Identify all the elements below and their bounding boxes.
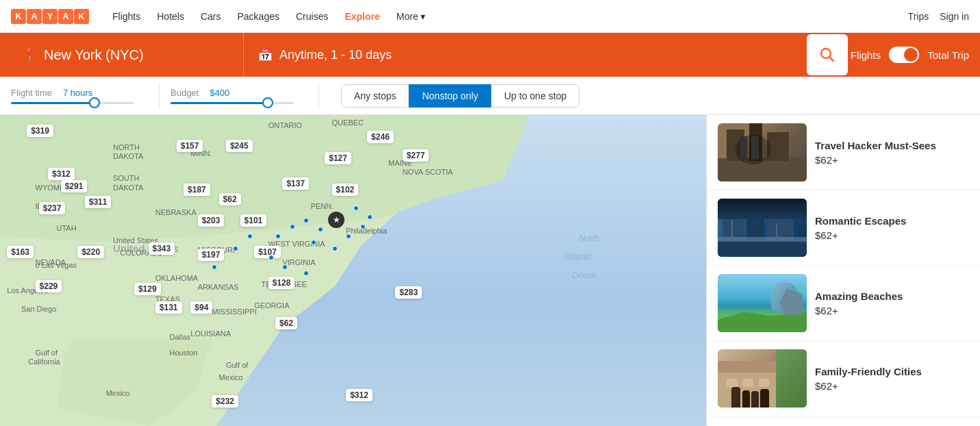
- price-marker[interactable]: $203: [198, 214, 225, 227]
- beaches-image: [718, 274, 807, 332]
- travel-hacker-title: Travel Hacker Must-Sees: [815, 140, 969, 151]
- price-marker[interactable]: $129: [134, 283, 161, 295]
- map-area[interactable]: ONTARIO QUEBEC NORTH DAKOTA MINN. SOUTH …: [0, 115, 706, 426]
- price-marker[interactable]: $62: [275, 317, 297, 329]
- price-marker[interactable]: $312: [346, 389, 373, 401]
- sidebar-card-travel-hacker[interactable]: Travel Hacker Must-Sees $62+: [707, 115, 980, 190]
- map-dot: [275, 234, 281, 239]
- romantic-title: Romantic Escapes: [815, 215, 969, 227]
- nav-more[interactable]: More ▾: [390, 7, 432, 26]
- stops-filter: Any stops Nonstop only Up to one stop: [341, 84, 579, 108]
- search-origin[interactable]: 📍 New York (NYC): [11, 33, 244, 77]
- price-marker[interactable]: $311: [85, 196, 112, 208]
- travel-hacker-info: Travel Hacker Must-Sees $62+: [815, 140, 969, 166]
- filter-bar: Flight time 7 hours Budget $400 Any stop…: [0, 77, 980, 115]
- main-content: ONTARIO QUEBEC NORTH DAKOTA MINN. SOUTH …: [0, 115, 980, 426]
- search-button[interactable]: [807, 34, 848, 75]
- nav-links: Flights Hotels Cars Packages Cruises Exp…: [105, 7, 432, 26]
- price-marker[interactable]: $94: [190, 301, 212, 314]
- price-marker[interactable]: $107: [254, 246, 281, 258]
- flight-time-thumb[interactable]: [89, 97, 100, 108]
- price-marker[interactable]: $319: [27, 125, 53, 137]
- nonstop-only-button[interactable]: Nonstop only: [409, 84, 491, 108]
- price-marker[interactable]: $277: [403, 149, 429, 162]
- budget-value: $400: [210, 88, 229, 98]
- logo-k: K: [11, 9, 26, 24]
- dates-value: Anytime, 1 - 10 days: [279, 48, 392, 62]
- view-toggle[interactable]: [889, 47, 919, 63]
- sidebar-card-beaches[interactable]: Amazing Beaches $62+: [707, 266, 980, 341]
- price-marker[interactable]: $245: [226, 140, 253, 152]
- beaches-info: Amazing Beaches $62+: [815, 290, 969, 316]
- toggle-knob: [904, 48, 918, 62]
- family-title: Family-Friendly Cities: [815, 366, 969, 377]
- logo-a2: A: [58, 9, 73, 24]
- up-to-one-stop-button[interactable]: Up to one stop: [491, 84, 579, 108]
- price-marker[interactable]: $283: [395, 286, 422, 299]
- price-marker[interactable]: $229: [36, 280, 62, 292]
- logo-k2: K: [74, 9, 89, 24]
- budget-thumb[interactable]: [262, 97, 273, 108]
- price-marker[interactable]: $312: [48, 168, 75, 180]
- nav-cruises[interactable]: Cruises: [289, 7, 335, 26]
- nav-right: Trips Sign in: [908, 11, 969, 22]
- nav-flights[interactable]: Flights: [105, 7, 147, 26]
- nav-hotels[interactable]: Hotels: [150, 7, 191, 26]
- budget-label: Budget: [171, 88, 199, 98]
- budget-slider[interactable]: [171, 99, 294, 104]
- travel-hacker-price: $62+: [815, 154, 969, 166]
- any-stops-button[interactable]: Any stops: [341, 84, 409, 108]
- chevron-down-icon: ▾: [420, 11, 425, 22]
- romantic-price: $62+: [815, 229, 969, 241]
- search-icon: [819, 47, 835, 63]
- price-marker[interactable]: $131: [155, 301, 182, 314]
- filter-divider-2: [318, 84, 319, 108]
- price-marker[interactable]: $101: [240, 214, 267, 227]
- map-dot: [290, 224, 295, 229]
- map-dot: [332, 246, 338, 251]
- map-dot: [360, 224, 366, 229]
- sidebar-card-romantic[interactable]: Romantic Escapes $62+: [707, 190, 980, 266]
- flight-time-filter: Flight time 7 hours: [11, 88, 148, 104]
- beaches-price: $62+: [815, 305, 969, 316]
- family-price: $62+: [815, 380, 969, 392]
- price-marker[interactable]: $197: [198, 249, 225, 261]
- map-dot: [346, 234, 351, 239]
- price-marker[interactable]: $62: [219, 193, 241, 205]
- nav-packages[interactable]: Packages: [230, 7, 286, 26]
- price-marker[interactable]: $291: [61, 180, 88, 192]
- top-navigation: K A Y A K Flights Hotels Cars Packages C…: [0, 0, 980, 33]
- flight-time-slider[interactable]: [11, 99, 134, 104]
- map-background: ONTARIO QUEBEC NORTH DAKOTA MINN. SOUTH …: [0, 115, 706, 426]
- price-marker[interactable]: $163: [7, 246, 34, 258]
- origin-marker: ★: [328, 212, 344, 228]
- nav-explore[interactable]: Explore: [338, 7, 386, 26]
- ocean-label: Ocean: [572, 271, 596, 280]
- nav-signin[interactable]: Sign in: [940, 11, 969, 22]
- svg-line-1: [829, 57, 833, 61]
- nav-cars[interactable]: Cars: [194, 7, 228, 26]
- price-marker[interactable]: $137: [282, 177, 309, 190]
- price-marker[interactable]: $102: [332, 184, 359, 196]
- price-marker[interactable]: $343: [149, 242, 175, 255]
- flight-time-value: 7 hours: [63, 88, 92, 98]
- romantic-info: Romantic Escapes $62+: [815, 215, 969, 241]
- price-marker[interactable]: $220: [77, 246, 104, 258]
- price-marker[interactable]: $237: [39, 202, 66, 214]
- search-dates[interactable]: 📅 Anytime, 1 - 10 days: [247, 33, 804, 77]
- nav-trips[interactable]: Trips: [908, 11, 929, 22]
- sidebar-card-family[interactable]: Family-Friendly Cities $62+: [707, 341, 980, 416]
- price-marker[interactable]: $127: [325, 152, 351, 164]
- logo[interactable]: K A Y A K: [11, 9, 89, 24]
- map-dot: [247, 234, 253, 239]
- price-marker[interactable]: $232: [212, 395, 238, 408]
- family-info: Family-Friendly Cities $62+: [815, 366, 969, 392]
- sidebar: Travel Hacker Must-Sees $62+ Romantic Es…: [706, 115, 980, 426]
- north-label: North: [579, 234, 599, 243]
- family-image: [718, 349, 807, 408]
- price-marker[interactable]: $187: [184, 184, 210, 196]
- travel-hacker-image: [718, 123, 807, 181]
- price-marker[interactable]: $128: [268, 277, 295, 289]
- price-marker[interactable]: $246: [367, 131, 394, 143]
- price-marker[interactable]: $157: [177, 140, 203, 152]
